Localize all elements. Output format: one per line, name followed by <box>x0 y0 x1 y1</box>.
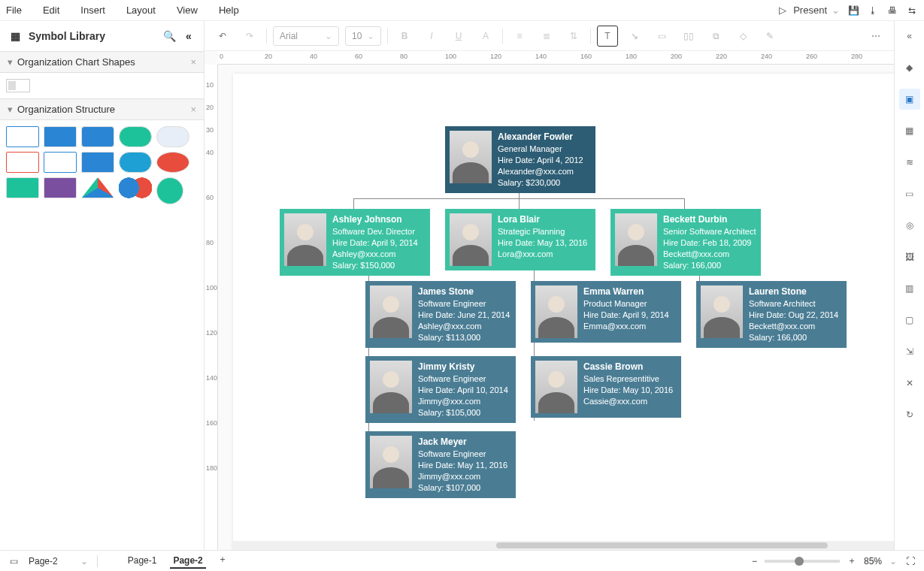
group-org-chart-shapes[interactable]: ▾ Organization Chart Shapes × <box>0 51 204 73</box>
group-title: Organization Chart Shapes <box>17 56 190 68</box>
shape-thumb[interactable] <box>119 152 152 173</box>
org-card[interactable]: Jack Meyer Software Engineer Hire Date: … <box>365 431 516 498</box>
menu-view[interactable]: View <box>177 5 198 16</box>
download-icon[interactable]: ⭳ <box>867 5 879 17</box>
org-card[interactable]: Lora Blair Strategic Planning Hire Date:… <box>445 209 595 270</box>
underline-button[interactable]: U <box>448 26 469 47</box>
history-icon[interactable]: ↻ <box>899 404 920 425</box>
format-icon[interactable]: ▣ <box>899 89 920 110</box>
shape-thumb[interactable] <box>44 152 77 173</box>
card-email: Jimmy@xxx.com <box>418 471 507 482</box>
shape-thumb[interactable] <box>6 79 30 92</box>
page-tab[interactable]: Page-2 <box>170 554 205 569</box>
search-icon[interactable]: 🔍 <box>163 30 175 42</box>
shape-thumb[interactable] <box>6 126 39 147</box>
bold-button[interactable]: B <box>394 26 415 47</box>
print-icon[interactable]: 🖶 <box>886 5 898 17</box>
menu-insert[interactable]: Insert <box>80 5 105 16</box>
zoom-slider[interactable] <box>765 560 840 563</box>
fill-button[interactable]: ◇ <box>732 26 753 47</box>
shape-outline-button[interactable]: ▭ <box>651 26 672 47</box>
text-color-button[interactable]: A <box>475 26 496 47</box>
menu-layout[interactable]: Layout <box>126 5 156 16</box>
card-email: Lora@xxx.com <box>498 249 587 260</box>
line-spacing-button[interactable]: ⇅ <box>563 26 584 47</box>
layers-icon[interactable]: ≋ <box>899 152 920 173</box>
theme-icon[interactable]: ◆ <box>899 57 920 78</box>
shape-thumb[interactable] <box>81 177 114 198</box>
menu-file[interactable]: File <box>6 5 22 16</box>
card-hire: Hire Date: May 11, 2016 <box>418 460 507 471</box>
shuffle-icon[interactable]: ✕ <box>899 373 920 394</box>
shape-thumb[interactable] <box>156 152 189 173</box>
align-vertical-button[interactable]: ≣ <box>536 26 557 47</box>
pen-button[interactable]: ✎ <box>759 26 780 47</box>
card-salary: Salary: $150,000 <box>332 260 418 271</box>
zoom-in-button[interactable]: ＋ <box>847 554 856 567</box>
zoom-out-button[interactable]: − <box>752 556 757 566</box>
org-card[interactable]: Cassie Brown Sales Representitive Hire D… <box>531 356 681 418</box>
save-icon[interactable]: 💾 <box>847 5 859 17</box>
shape-thumb[interactable] <box>81 152 114 173</box>
card-title: Product Manager <box>583 298 669 310</box>
add-page-icon[interactable]: ＋ <box>217 554 229 566</box>
data-icon[interactable]: ◎ <box>899 215 920 236</box>
align-left-button[interactable]: ≡ <box>509 26 530 47</box>
menu-help[interactable]: Help <box>219 5 239 16</box>
shape-thumb[interactable] <box>44 126 77 147</box>
shape-thumb[interactable] <box>119 126 152 147</box>
apps-icon[interactable]: ▦ <box>899 120 920 141</box>
undo-button[interactable]: ↶ <box>212 26 233 47</box>
page-selector[interactable]: Page-2 <box>29 556 58 566</box>
export-icon[interactable]: ⇲ <box>899 341 920 362</box>
fullscreen-icon[interactable]: ⛶ <box>904 555 916 567</box>
org-card[interactable]: Lauren Stone Software Architect Hire Dat… <box>696 281 847 348</box>
shape-thumb[interactable] <box>6 152 39 173</box>
group-org-structure[interactable]: ▾ Organization Structure × <box>0 98 204 120</box>
text-tool-button[interactable]: T <box>597 26 618 47</box>
distribute-button[interactable]: ▯▯ <box>678 26 699 47</box>
horizontal-scrollbar[interactable] <box>232 541 894 550</box>
font-size-selector[interactable]: 10 ⌄ <box>345 26 381 46</box>
menu-edit[interactable]: Edit <box>43 5 59 16</box>
expand-panel-icon[interactable]: « <box>899 26 920 47</box>
page-tab[interactable]: Page-1 <box>125 554 160 569</box>
org-card-root[interactable]: Alexander Fowler General Manager Hire Da… <box>445 126 595 193</box>
page[interactable]: Alexander Fowler General Manager Hire Da… <box>233 74 894 550</box>
collapse-panel-icon[interactable]: « <box>183 30 195 42</box>
share-icon[interactable]: ⇆ <box>906 5 918 17</box>
close-icon[interactable]: × <box>190 56 196 68</box>
org-card[interactable]: James Stone Software Engineer Hire Date:… <box>365 281 516 348</box>
slides-icon[interactable]: ▭ <box>899 183 920 204</box>
org-card[interactable]: Beckett Durbin Senior Software Architect… <box>610 209 761 276</box>
present-button[interactable]: ▷ Present ⌄ <box>777 5 840 17</box>
chart-icon[interactable]: ▥ <box>899 278 920 299</box>
redo-button[interactable]: ↷ <box>239 26 260 47</box>
shape-thumb[interactable] <box>81 126 114 147</box>
connector-button[interactable]: ↘ <box>624 26 645 47</box>
card-title: Software Engineer <box>418 298 510 310</box>
org-card[interactable]: Jimmy Kristy Software Engineer Hire Date… <box>365 356 516 423</box>
panel-title: Symbol Library <box>29 30 156 42</box>
group-button[interactable]: ⧉ <box>705 26 726 47</box>
zoom-level[interactable]: 85% <box>864 556 882 566</box>
page-icon[interactable]: ▢ <box>899 310 920 331</box>
shape-thumb[interactable] <box>44 177 77 198</box>
image-icon[interactable]: 🖼 <box>899 246 920 267</box>
pages-icon[interactable]: ▭ <box>8 555 20 567</box>
close-icon[interactable]: × <box>190 104 196 115</box>
shape-thumb[interactable] <box>156 177 183 204</box>
org-card[interactable]: Ashley Johnson Software Dev. Director Hi… <box>280 209 430 276</box>
shape-thumb[interactable] <box>119 177 152 198</box>
more-button[interactable]: ⋯ <box>865 26 886 47</box>
shape-thumb[interactable] <box>6 177 39 198</box>
card-name: Beckett Durbin <box>663 213 756 225</box>
font-selector[interactable]: Arial ⌄ <box>273 26 339 46</box>
italic-button[interactable]: I <box>421 26 442 47</box>
shape-thumb[interactable] <box>156 126 189 147</box>
chevron-down-icon[interactable]: ⌄ <box>80 556 88 566</box>
canvas[interactable]: Alexander Fowler General Manager Hire Da… <box>218 65 894 550</box>
org-card[interactable]: Emma Warren Product Manager Hire Date: A… <box>531 281 681 343</box>
chevron-down-icon[interactable]: ⌄ <box>889 556 897 566</box>
chevron-down-icon: ⌄ <box>367 31 374 41</box>
